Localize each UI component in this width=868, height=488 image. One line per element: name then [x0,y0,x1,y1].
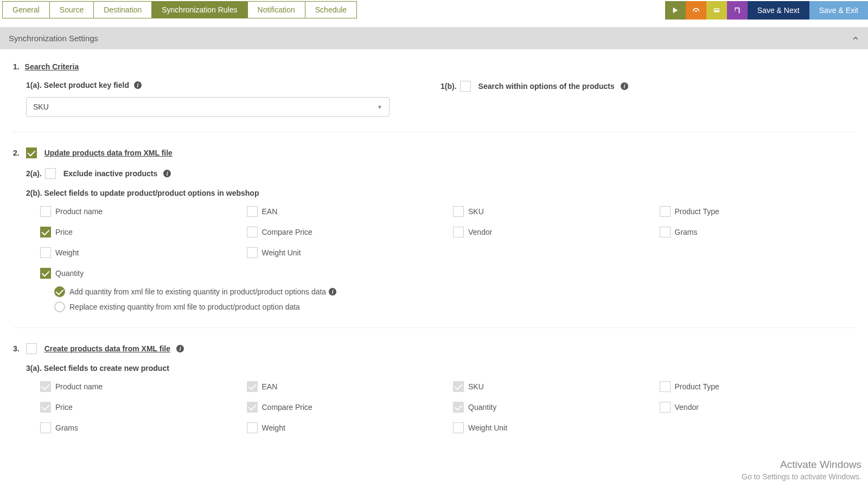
section-3a-fields: Product name EAN SKU Product Type Price … [13,381,855,433]
card-button[interactable] [706,1,727,20]
play-button[interactable] [665,1,686,20]
section-3-num: 3. [13,344,20,353]
sec2b-label: Select fields to update product/product … [44,189,259,197]
sec1a-prefix: 1(a). [26,81,42,89]
svg-rect-2 [714,9,720,10]
cb3-sku [453,381,464,392]
tab-source[interactable]: Source [49,1,94,18]
cb3-grams[interactable] [40,422,51,433]
divider [13,132,855,132]
update-products-checkbox[interactable] [26,147,37,158]
topbar: General Source Destination Synchronizati… [0,0,868,20]
lbl-weight: Weight [55,248,79,257]
lbl-quantity: Quantity [55,269,84,278]
quantity-radios: Add quantity from xml file to existing q… [13,286,855,312]
radio-add-quantity[interactable] [54,286,65,297]
cb3-compare-price [247,402,258,413]
section-1-heading: 1. Search Criteria [13,62,855,71]
cb-ean[interactable] [247,206,258,217]
lbl3-sku: SKU [468,382,484,391]
info-icon[interactable]: i [329,288,336,296]
cb-weight[interactable] [40,247,51,258]
info-icon[interactable]: i [621,82,628,90]
sec3a-label: Select fields to create new product [44,364,169,373]
section-2a: 2(a). Exclude inactive products i [13,168,855,179]
search-within-options-checkbox[interactable] [460,81,471,92]
info-icon[interactable]: i [176,345,184,352]
tab-destination[interactable]: Destination [93,1,152,18]
section-1b: 1(b). Search within options of the produ… [441,81,855,92]
watermark-title: Activate Windows [742,458,861,472]
section-2-num: 2. [13,149,20,157]
chevron-down-icon: ▼ [377,104,382,110]
cb3-product-type[interactable] [660,381,671,392]
sec2a-label: Exclude inactive products [63,169,158,178]
lbl-product-name: Product name [55,207,103,216]
product-key-select[interactable]: SKU ▼ [26,97,390,117]
tab-notification[interactable]: Notification [247,1,305,18]
cb-weight-unit[interactable] [247,247,258,258]
section-2b-heading: 2(b). Select fields to update product/pr… [13,189,855,197]
section-2-heading: 2. Update products data from XML file [13,147,855,158]
lbl-ean: EAN [262,207,278,216]
panel-title: Synchronization Settings [9,34,98,43]
lbl3-price: Price [55,403,73,412]
section-3a-heading: 3(a). Select fields to create new produc… [13,364,855,373]
radio-replace-quantity[interactable] [54,301,65,312]
lbl3-weight: Weight [262,423,285,432]
section-1a: 1(a). Select product key field i SKU ▼ [26,81,441,117]
gauge-icon [692,7,700,14]
save-next-button[interactable]: Save & Next [748,1,809,20]
tab-schedule[interactable]: Schedule [305,1,357,18]
lbl3-product-name: Product name [55,382,103,391]
section-1-row: 1(a). Select product key field i SKU ▼ 1… [13,81,855,117]
tab-sync-rules[interactable]: Synchronization Rules [151,1,247,18]
sec1a-label: Select product key field [44,81,129,89]
cb-compare-price[interactable] [247,227,258,237]
create-products-checkbox[interactable] [26,343,37,354]
section-3-title[interactable]: Create products data from XML file [44,344,170,353]
cb-vendor[interactable] [453,227,464,237]
cb-grams[interactable] [660,227,671,237]
cb-sku[interactable] [453,206,464,217]
lbl3-compare-price: Compare Price [262,403,312,412]
info-icon[interactable]: i [134,81,142,89]
sec3a-prefix: 3(a). [26,364,42,373]
cb-quantity[interactable] [40,268,51,279]
sec1b-label: Search within options of the products [478,82,615,91]
save-exit-button[interactable]: Save & Exit [809,1,868,20]
dashboard-button[interactable] [686,1,706,20]
cb-product-type[interactable] [660,206,671,217]
tab-general[interactable]: General [2,1,50,18]
radio-add-label: Add quantity from xml file to existing q… [69,287,326,296]
cb3-weight[interactable] [247,422,258,433]
lbl-compare-price: Compare Price [262,228,312,236]
section-2-title[interactable]: Update products data from XML file [44,149,173,157]
panel-header[interactable]: Synchronization Settings [0,27,868,49]
lbl3-ean: EAN [262,382,278,391]
cb-product-name[interactable] [40,206,51,217]
lbl-weight-unit: Weight Unit [262,248,301,257]
cb3-weight-unit[interactable] [453,422,464,433]
lbl-grams: Grams [675,228,698,236]
lbl3-quantity: Quantity [468,403,496,412]
product-key-value: SKU [33,102,49,111]
section-2b-fields: Product name EAN SKU Product Type Price … [13,206,855,279]
chevron-up-icon[interactable] [852,35,859,42]
section-3-heading: 3. Create products data from XML file i [13,343,855,354]
action-buttons: Save & Next Save & Exit [665,1,868,20]
exclude-inactive-checkbox[interactable] [45,168,56,179]
sec1b-prefix: 1(b). [441,82,457,91]
sec2b-prefix: 2(b). [26,189,42,197]
cb3-quantity [453,402,464,413]
info-icon[interactable]: i [163,170,171,177]
watermark-sub: Go to Settings to activate Windows. [742,472,861,483]
section-1-num: 1. [13,62,20,71]
lbl-sku: SKU [468,207,484,216]
cb-price[interactable] [40,227,51,237]
section-1-title[interactable]: Search Criteria [25,62,79,71]
cb3-ean [247,381,258,392]
sec2a-prefix: 2(a). [26,169,42,178]
book-button[interactable] [727,1,748,20]
cb3-vendor[interactable] [660,402,671,413]
